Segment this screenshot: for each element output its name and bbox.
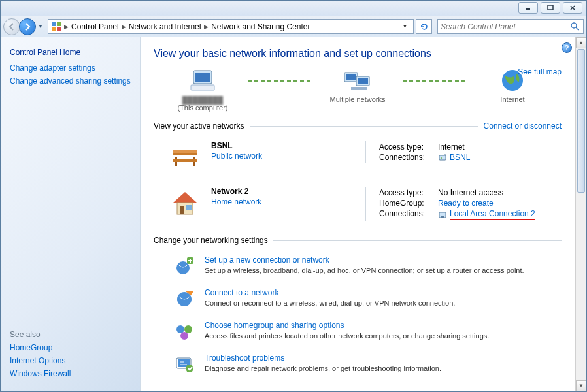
connections-label: Connections: xyxy=(379,153,438,162)
see-full-map-link[interactable]: See full map xyxy=(518,67,562,76)
svg-rect-0 xyxy=(548,5,553,10)
navbar: ▼ ▶ Control Panel▶ Network and Internet▶… xyxy=(1,16,586,37)
divider xyxy=(250,126,478,127)
svg-rect-2 xyxy=(57,22,61,26)
troubleshoot-icon xyxy=(173,353,195,376)
sidebar-link-advanced-sharing[interactable]: Change advanced sharing settings xyxy=(10,76,131,86)
multiple-networks-label: Multiple networks xyxy=(315,95,400,103)
multiple-networks-icon xyxy=(342,67,373,93)
search-box[interactable] xyxy=(437,19,584,34)
svg-point-5 xyxy=(571,23,577,28)
network-map: ████████ (This computer) Multiple networ… xyxy=(154,67,562,118)
minimize-button[interactable] xyxy=(518,2,538,14)
caption-buttons xyxy=(516,2,582,14)
page-title: View your basic network information and … xyxy=(154,48,562,59)
close-button[interactable] xyxy=(563,2,582,14)
breadcrumb-sep: ▶ xyxy=(64,24,69,30)
map-link-1 xyxy=(248,80,312,82)
network-type-link[interactable]: Public network xyxy=(211,152,262,161)
network-name: BSNL xyxy=(211,141,262,150)
access-type-label: Access type: xyxy=(379,188,438,197)
caption-bar xyxy=(1,1,586,16)
setting-homegroup-sharing: Choose homegroup and sharing options Acc… xyxy=(154,317,562,350)
sidebar: Control Panel Home Change adapter settin… xyxy=(1,37,141,391)
see-also-internet-options[interactable]: Internet Options xyxy=(10,356,131,365)
address-dropdown[interactable]: ▼ xyxy=(399,19,411,34)
forward-button[interactable] xyxy=(19,18,36,35)
svg-rect-1 xyxy=(52,22,56,26)
divider xyxy=(273,240,562,241)
active-networks-header: View your active networks Connect or dis… xyxy=(154,122,562,131)
map-node-this-computer[interactable]: ████████ (This computer) xyxy=(160,68,245,112)
svg-point-35 xyxy=(186,365,193,372)
see-also-header: See also xyxy=(10,330,131,339)
search-icon[interactable] xyxy=(570,22,580,32)
connect-network-icon xyxy=(173,288,195,310)
access-type-value: Internet xyxy=(438,142,465,152)
vertical-scrollbar[interactable]: ▲ ▼ xyxy=(575,37,586,391)
breadcrumb-item-0[interactable]: Control Panel▶ xyxy=(71,22,126,31)
svg-rect-16 xyxy=(173,150,197,153)
search-input[interactable] xyxy=(441,22,570,31)
setting-title[interactable]: Choose homegroup and sharing options xyxy=(205,321,489,330)
nav-buttons: ▼ xyxy=(3,18,45,35)
svg-rect-3 xyxy=(52,27,56,31)
category-icon xyxy=(51,22,61,32)
homegroup-ready-link[interactable]: Ready to create xyxy=(438,199,494,208)
network-type-link[interactable]: Home network xyxy=(211,197,261,206)
sidebar-link-adapter-settings[interactable]: Change adapter settings xyxy=(10,63,131,73)
setting-title[interactable]: Connect to a network xyxy=(205,288,455,297)
connection-lac2-link[interactable]: Local Area Connection 2 xyxy=(438,209,535,220)
svg-rect-10 xyxy=(346,74,356,80)
change-settings-label: Change your networking settings xyxy=(154,236,273,245)
setting-title[interactable]: Troubleshoot problems xyxy=(205,353,441,363)
body: Control Panel Home Change adapter settin… xyxy=(1,37,586,391)
setting-desc: Set up a wireless, broadband, dial-up, a… xyxy=(205,267,524,274)
computer-icon xyxy=(187,68,218,94)
setting-desc: Access files and printers located on oth… xyxy=(205,332,489,340)
setting-title[interactable]: Set up a new connection or network xyxy=(205,255,524,265)
breadcrumb-item-2[interactable]: Network and Sharing Center xyxy=(211,22,310,31)
scrollbar-up-button[interactable]: ▲ xyxy=(576,37,586,48)
svg-rect-13 xyxy=(351,87,367,90)
network-row-network2: Network 2 Home network Access type: No I… xyxy=(154,183,562,232)
connect-or-disconnect-link[interactable]: Connect or disconnect xyxy=(478,122,562,131)
map-node-multiple-networks[interactable]: Multiple networks xyxy=(315,67,400,112)
window: ▼ ▶ Control Panel▶ Network and Internet▶… xyxy=(0,0,587,392)
svg-point-30 xyxy=(176,325,184,333)
control-panel-home-link[interactable]: Control Panel Home xyxy=(10,48,131,57)
back-button[interactable] xyxy=(3,18,20,35)
address-bar[interactable]: ▶ Control Panel▶ Network and Internet▶ N… xyxy=(48,19,414,34)
connection-bsnl-link[interactable]: BSNL xyxy=(438,153,470,162)
nav-history-dropdown[interactable]: ▼ xyxy=(36,18,45,35)
svg-rect-7 xyxy=(195,73,210,82)
computer-name-redacted: ████████ xyxy=(160,96,245,104)
see-also-section: See also HomeGroup Internet Options Wind… xyxy=(10,330,131,382)
house-icon xyxy=(169,187,201,218)
map-link-2 xyxy=(403,80,467,82)
internet-label: Internet xyxy=(470,95,555,103)
scrollbar-down-button[interactable]: ▼ xyxy=(576,380,586,391)
bench-icon xyxy=(169,141,201,172)
ethernet-icon xyxy=(438,210,447,220)
setting-troubleshoot: Troubleshoot problems Diagnose and repai… xyxy=(154,350,562,382)
scrollbar-thumb[interactable] xyxy=(577,49,585,193)
homegroup-icon xyxy=(173,321,195,343)
modem-icon xyxy=(438,153,447,162)
svg-rect-26 xyxy=(441,216,444,218)
access-type-label: Access type: xyxy=(379,142,438,152)
svg-rect-24 xyxy=(186,205,192,210)
refresh-button[interactable] xyxy=(416,19,432,34)
svg-rect-19 xyxy=(173,159,197,162)
setting-connect-network: Connect to a network Connect or reconnec… xyxy=(154,284,562,317)
access-type-value: No Internet access xyxy=(438,188,503,197)
setting-desc: Diagnose and repair network problems, or… xyxy=(205,365,441,372)
setting-desc: Connect or reconnect to a wireless, wire… xyxy=(205,299,455,307)
see-also-windows-firewall[interactable]: Windows Firewall xyxy=(10,369,131,378)
maximize-button[interactable] xyxy=(541,2,560,14)
breadcrumb-item-1[interactable]: Network and Internet▶ xyxy=(129,22,209,31)
change-settings-header: Change your networking settings xyxy=(154,236,562,245)
see-also-homegroup[interactable]: HomeGroup xyxy=(10,343,131,352)
svg-point-32 xyxy=(180,332,188,340)
new-connection-icon xyxy=(173,255,195,278)
